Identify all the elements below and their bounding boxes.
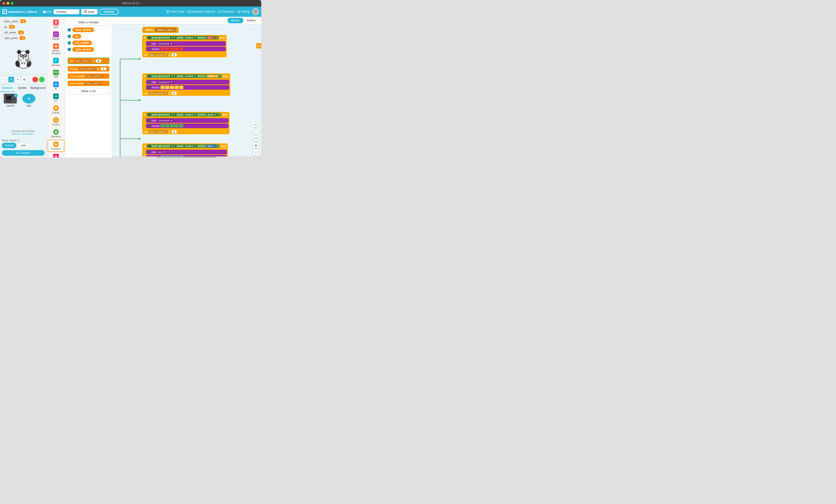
define-block[interactable]: define detect_colors	[142, 27, 178, 33]
play-block-4[interactable]: play iron ▼	[146, 150, 227, 154]
if-header-4[interactable]: if quad rgb sensor 1 ▼ probe random ▼ de…	[142, 143, 228, 149]
tab-devices[interactable]: Devices	[0, 84, 15, 92]
save-button[interactable]: Save	[81, 9, 97, 15]
hide-variable-block[interactable]: hide variable base_power ▼	[68, 81, 109, 86]
feedback-link[interactable]: Feedback	[218, 10, 234, 13]
user-guide-link[interactable]: User Guide	[166, 10, 185, 13]
devices-area: ✕ CyberPi CyberPi + Add	[0, 92, 46, 128]
tab-sprites[interactable]: Sprites	[15, 84, 30, 92]
category-motion-sensing[interactable]: Motion Sensing	[48, 42, 64, 56]
add-device-btn[interactable]: +	[22, 94, 35, 103]
zoom-in-button[interactable]: +	[253, 121, 259, 128]
var-block-kp[interactable]: kp	[72, 34, 81, 39]
change-value[interactable]: 1	[101, 67, 107, 71]
how-to-use-device-link[interactable]: How to use device?	[2, 132, 44, 135]
category-lan[interactable]: LAN	[48, 68, 64, 80]
play-block-3[interactable]: play clockwork ▼	[146, 118, 229, 123]
blocks-workspace[interactable]: define detect_colors if quad rgb sensor …	[112, 24, 261, 158]
set-val-1[interactable]: 0	[172, 53, 177, 56]
set-block-3[interactable]: set base_power ▼ to 0	[142, 129, 229, 134]
go-button[interactable]	[39, 77, 44, 82]
display-block-1[interactable]: display	[146, 46, 226, 51]
stop-button[interactable]	[33, 77, 38, 82]
small-grid-btn[interactable]: ⊟	[21, 77, 27, 82]
set-block-2[interactable]: set base_power ▼ to 0	[142, 91, 230, 96]
var-block-right_power[interactable]: right_power	[72, 47, 94, 52]
category-ai[interactable]: AI AI	[48, 80, 64, 92]
var-val-left_power: 0	[18, 31, 24, 34]
svg-point-15	[238, 11, 239, 12]
close-button[interactable]	[2, 2, 5, 5]
fullscreen-button[interactable]: =	[253, 150, 259, 155]
hide-var-dropdown[interactable]: base_power ▼	[85, 82, 102, 85]
make-list-button[interactable]: Make a List	[68, 88, 109, 94]
set-variable-block[interactable]: set base_power ▼ to 0	[68, 58, 109, 64]
sensor-block-2[interactable]: quad rgb sensor 1 ▼ probe random ▼ detec…	[147, 74, 222, 78]
set-val-2[interactable]: 0	[172, 92, 177, 95]
display-block-2[interactable]: display	[146, 85, 229, 90]
var-block-left_power[interactable]: left_power	[72, 41, 92, 45]
category-iot[interactable]: IoT	[48, 92, 64, 103]
example-programs-link[interactable]: Example Programs	[187, 10, 215, 13]
show-variable-block[interactable]: show variable base_power ▼	[68, 74, 109, 79]
live-mode-btn[interactable]: Live	[18, 143, 29, 148]
if-header-1[interactable]: if quad rgb sensor 1 ▼ probe random ▼ de…	[142, 35, 227, 40]
show-var-dropdown[interactable]: base_power ▼	[86, 75, 103, 78]
change-variable-block[interactable]: change base_power ▼ by 1	[68, 66, 109, 72]
var-val-kp: 0	[10, 25, 15, 29]
set-block-1[interactable]: set base_power ▼ to 0	[142, 52, 227, 57]
maximize-button[interactable]	[11, 2, 14, 5]
tab-blocks[interactable]: Blocks	[227, 18, 243, 23]
svg-marker-62	[139, 58, 141, 60]
device-remove-btn[interactable]: ✕	[14, 94, 18, 97]
camera-icon-2	[148, 75, 151, 77]
var-checkbox-input-left_power[interactable]	[68, 41, 71, 44]
if-header-2[interactable]: if quad rgb sensor 1 ▼ probe random ▼ de…	[142, 74, 230, 79]
file-menu[interactable]: File	[43, 10, 52, 14]
sensor-block-1[interactable]: quad rgb sensor 1 ▼ probe random ▼ detec…	[147, 36, 218, 39]
svg-point-41	[55, 21, 57, 23]
set-var-dropdown[interactable]: base_power ▼	[74, 59, 92, 62]
category-events[interactable]: Events	[48, 104, 64, 115]
minimize-button[interactable]	[6, 2, 10, 5]
set-val-3[interactable]: 0	[172, 130, 177, 133]
make-variable-button[interactable]: Make a Variable	[68, 19, 109, 26]
category-led[interactable]: LED	[48, 18, 64, 30]
setting-link[interactable]: Setting	[237, 10, 250, 13]
horizontal-scrollbar[interactable]	[112, 156, 261, 158]
info-icon: i	[17, 139, 20, 142]
change-var-dropdown[interactable]: base_power ▼	[79, 67, 96, 71]
display-block-3[interactable]: display	[146, 123, 229, 128]
var-checkbox-input-kp[interactable]	[68, 35, 71, 38]
project-name-input[interactable]	[54, 9, 79, 14]
scrollbar-thumb	[157, 156, 216, 158]
user-avatar[interactable]	[252, 8, 259, 15]
settings-button[interactable]: ⚙	[253, 142, 259, 149]
category-sensing[interactable]: Sensing	[48, 56, 64, 68]
if-header-3[interactable]: if quad rgb sensor 1 ▼ probe random ▼ de…	[142, 112, 229, 117]
list-view-btn[interactable]: ≡	[15, 77, 20, 82]
zoom-out-button[interactable]: −	[253, 129, 259, 135]
category-variables[interactable]: Variables	[48, 140, 64, 152]
play-block-1[interactable]: play clockwork ▼	[146, 41, 226, 46]
reset-view-button[interactable]: ⟳	[253, 135, 259, 141]
var-checkbox-input-right_power[interactable]	[68, 48, 71, 51]
category-extension[interactable]: extension	[48, 153, 64, 158]
sensor-block-4[interactable]: quad rgb sensor 1 ▼ probe random ▼ detec…	[147, 144, 220, 148]
code-view-button[interactable]: </>	[256, 43, 261, 49]
tab-python[interactable]: Python	[243, 18, 259, 23]
upload-mode-btn[interactable]: Upload	[2, 143, 16, 148]
category-operators[interactable]: Operators	[48, 128, 64, 139]
grid-view-btn[interactable]: ⊞	[8, 77, 14, 82]
category-control[interactable]: Control	[48, 116, 64, 127]
expand-view-btn[interactable]: ⤡	[2, 77, 7, 82]
category-display[interactable]: Display	[48, 30, 64, 41]
connect-button[interactable]: Connect	[2, 150, 44, 156]
tab-background[interactable]: Background	[30, 84, 46, 92]
play-block-2[interactable]: play clockwork ▼	[146, 80, 229, 84]
var-checkbox-input-base_power[interactable]	[68, 28, 71, 32]
set-value-input[interactable]: 0	[96, 59, 101, 62]
sensor-block-3[interactable]: quad rgb sensor 1 ▼ probe random ▼ detec…	[147, 113, 221, 116]
var-block-base_power[interactable]: base_power	[72, 27, 94, 32]
publish-button[interactable]: Publish	[99, 9, 119, 15]
